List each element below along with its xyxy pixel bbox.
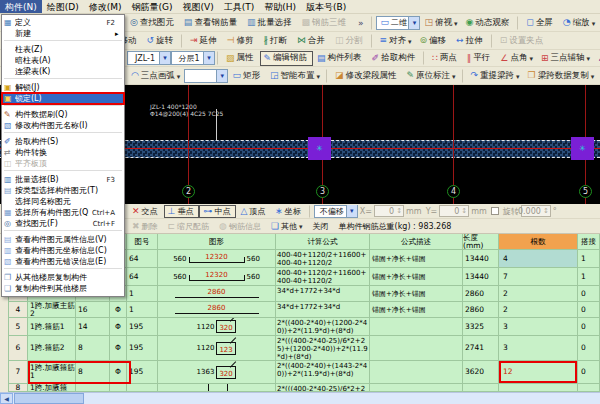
menu-item-view-properties[interactable]: ▤ 查看构件图元属性信息(V) [2, 234, 124, 245]
menu-item-link-beam-table[interactable]: 连梁表(K) [2, 66, 124, 77]
menubar-item-component[interactable]: 构件(N) [0, 0, 42, 13]
toolbar-button[interactable] [371, 34, 374, 48]
x-offset-input[interactable]: 0 [374, 205, 404, 217]
axis-bubble[interactable]: 3 [316, 185, 329, 198]
re-extract-span-button[interactable]: ↷ 重提梁跨 [467, 68, 524, 83]
span-data-copy-button[interactable]: ❐ 梁跨数据复制 [524, 68, 599, 83]
batch-select-button[interactable]: ▥ 批量选择 [243, 15, 298, 30]
split-button[interactable]: ◫ 分割 [331, 33, 369, 48]
menu-item-lock[interactable]: ▣ 锁定(L) [2, 93, 124, 104]
menu-item-define[interactable]: ▦ 定义 F2 [2, 17, 124, 28]
column-element[interactable]: ✳ [571, 137, 594, 160]
modify-beam-segment-button[interactable]: ◪ 修改梁段属性 [331, 68, 403, 83]
menu-item[interactable] [4, 40, 122, 43]
cell-count[interactable]: 3 [499, 336, 578, 361]
delete-aux-axis-button[interactable]: ✗ 删除辅轴 [594, 51, 600, 66]
rebar-info-button[interactable]: ◍ 钢筋信息 [215, 220, 267, 233]
three-point-aux-axis-button[interactable]: ⊞ 三点辅轴 [537, 51, 594, 66]
smart-layout-button[interactable]: ◲ 智能布置 [266, 68, 324, 83]
zoom-button[interactable]: ◔ 缩放 [559, 15, 599, 30]
trim-button[interactable]: ⊣ 修剪 [223, 33, 260, 48]
menu-item-view-coordinates[interactable]: ▥ 查看构件图元坐标信息(C) [2, 245, 124, 256]
other-button[interactable]: ❏ 其他 [267, 220, 307, 233]
close-panel-button[interactable]: 关闭 [307, 220, 335, 233]
vertex-snap-button[interactable]: △ 顶点 [236, 205, 271, 218]
offset-button[interactable]: ⊚ 偏移 [416, 33, 453, 48]
toolbar-overflow-chevron[interactable]: » [352, 15, 370, 30]
dynamic-observe-button[interactable]: ◉ 动态观察 [461, 15, 515, 30]
menu-item-select-by-type[interactable]: ▤ 按类型选择构件图元(T) [2, 185, 124, 196]
properties-button[interactable]: ▨ 属性 [222, 51, 260, 66]
table-row[interactable]: 6 1跨.箍筋2 8 Φ 195 1120 123 2*(((400-2*40-… [8, 336, 600, 361]
menu-item-pick-component[interactable]: ✐ 拾取构件(S) [2, 136, 124, 147]
menubar-item-tools[interactable]: 工具(T) [219, 0, 260, 13]
menu-item[interactable] [4, 170, 122, 173]
midpoint-snap-button[interactable]: ⊶ 中点 [199, 205, 236, 218]
menu-item[interactable] [4, 105, 122, 108]
menu-item-view-errors[interactable]: ▧ 查看构件图元错误信息(E) [2, 256, 124, 267]
menu-item-copy-to-floor[interactable]: ❏ 复制构件到其他楼层 [2, 283, 124, 294]
scrollbar-thumb[interactable] [14, 393, 84, 404]
menu-item-find-element[interactable]: ◎ 查找图元(F) Ctrl+F [2, 218, 124, 229]
menu-item-batch-select[interactable]: ▥ 批量选择(B) F3 [2, 174, 124, 185]
menu-item-new[interactable]: 新建 [2, 28, 124, 39]
toolbar-button[interactable] [462, 69, 465, 83]
menu-item-unlock[interactable]: ▣ 解锁(J) [2, 82, 124, 93]
rebar-3d-button[interactable]: ▩ 钢筋三维 [297, 15, 352, 30]
scroll-left-button[interactable]: ◀ [0, 393, 13, 404]
component-name-combo[interactable]: JZL-1 [127, 51, 171, 65]
perpendicular-snap-button[interactable]: ⊥ 垂点 [164, 205, 200, 218]
layer-combo[interactable]: 分层1 [171, 51, 215, 65]
toolbar-button[interactable] [491, 34, 494, 48]
pick-component-button[interactable]: ✐ 拾取构件 [368, 51, 422, 66]
rectangle-button[interactable]: ▭ 矩形 [228, 68, 266, 83]
coordinate-snap-button[interactable]: ∗ 坐标 [271, 205, 307, 218]
menu-item[interactable] [4, 230, 122, 233]
menubar-item-help[interactable]: 帮助(H) [259, 0, 301, 13]
menu-item-align-slab-top[interactable]: ◫ 平齐板顶 [2, 158, 124, 169]
two-point-axis-button[interactable]: ∷ 两点 [428, 51, 463, 66]
extend-button[interactable]: ⇥ 延伸 [186, 33, 223, 48]
view-mode-combo[interactable]: ▭ 二维 [376, 16, 420, 30]
cell-count[interactable]: 2 [499, 286, 578, 302]
menu-item-rename-element[interactable]: ▧ 修改构件图元名称(I) [2, 120, 124, 131]
offset-mode-combo[interactable]: 不偏移 [314, 205, 358, 218]
cell-count[interactable]: 7 [499, 268, 578, 286]
menu-item-copy-from-floor[interactable]: ❐ 从其他楼层复制构件 [2, 272, 124, 283]
toolbar-button[interactable] [326, 69, 329, 83]
menubar-item-rebar-qty[interactable]: 钢筋量(G) [127, 0, 178, 13]
three-point-arc-button[interactable]: ◠ 三点画弧 [127, 68, 184, 83]
set-grip-button[interactable]: ⊡ 设置夹点 [496, 33, 550, 48]
menu-item-convert[interactable]: ⇄ 构件转换 [2, 147, 124, 158]
fullscreen-button[interactable]: ◻ 全屏 [522, 15, 558, 30]
y-offset-input[interactable]: 0 [439, 205, 469, 217]
menubar-item-modify[interactable]: 修改(M) [84, 0, 127, 13]
menubar-item-version[interactable]: 版本号(B) [301, 0, 351, 13]
horizontal-scrollbar[interactable]: ◀ [0, 392, 600, 404]
arc-value-combo[interactable] [184, 69, 228, 83]
cell-count[interactable]: 4 [499, 250, 578, 268]
column-element[interactable]: ✳ [308, 137, 331, 160]
rotate-checkbox[interactable] [491, 207, 499, 215]
menu-item-select-all[interactable]: ▦ 选择所有构件图元(Q) Ctrl+A [2, 207, 124, 218]
align-button[interactable]: ≡ 对齐 [376, 33, 416, 48]
cell-count[interactable] [499, 384, 578, 392]
table-row[interactable]: 5 1跨.箍筋1 14 Φ 195 1120 320 2*((400-2*40)… [8, 318, 600, 336]
in-situ-annotation-button[interactable]: ✎ 原位标注 [402, 68, 459, 83]
snap-button[interactable] [309, 205, 312, 218]
break-button[interactable]: ∦ 打断 [259, 33, 293, 48]
cell-count[interactable]: 3 [499, 318, 578, 336]
toolbar-button[interactable] [217, 51, 220, 65]
cell-count[interactable]: 12 [499, 361, 578, 384]
menu-item-data-brush[interactable]: ✎ 构件数据刷(Q) [2, 109, 124, 120]
toolbar-button[interactable] [371, 16, 374, 30]
menu-item-hidden-column-table[interactable]: 暗柱表(A) [2, 55, 124, 66]
menubar-item-view[interactable]: 视图(V) [178, 0, 219, 13]
toolbar-button[interactable] [423, 51, 426, 65]
delete-rebar-button[interactable]: ✖ 删除 [128, 220, 164, 233]
menu-item[interactable] [4, 268, 122, 271]
top-view-button[interactable]: ◳ 俯视 [420, 15, 461, 30]
menu-item[interactable] [4, 78, 122, 81]
find-element-button[interactable]: ◎ 查找图元 [126, 15, 180, 30]
parallel-axis-button[interactable]: ∥ 平行 [463, 51, 497, 66]
